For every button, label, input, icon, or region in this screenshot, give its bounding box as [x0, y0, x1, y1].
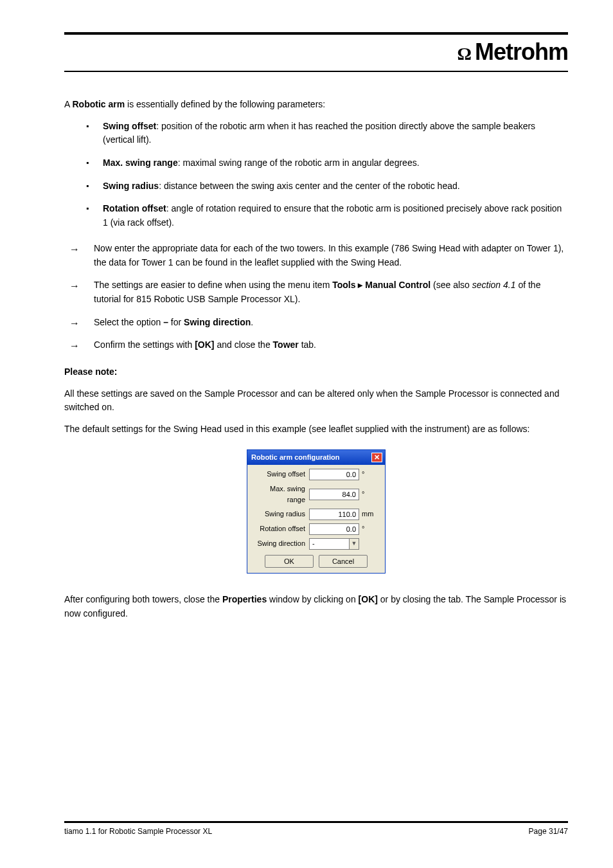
- note-lead: Please note:: [64, 366, 117, 377]
- note-paragraph: The default settings for the Swing Head …: [64, 422, 568, 437]
- swing-direction-value: -: [312, 538, 315, 549]
- bullet-item: Max. swing range: maximal swing range of…: [64, 156, 568, 170]
- unit-label: °: [362, 523, 364, 534]
- step-item: Confirm the settings with [OK] and close…: [64, 338, 568, 352]
- brand-logo: Ω Metrohm: [64, 35, 568, 67]
- robotic-arm-dialog: Robotic arm configuration ✕ Swing offset…: [247, 449, 386, 574]
- dialog-titlebar: Robotic arm configuration ✕: [247, 450, 385, 465]
- closing-paragraph: After configuring both towers, close the…: [64, 593, 568, 620]
- close-icon[interactable]: ✕: [371, 453, 382, 462]
- swing-offset-label: Swing offset: [251, 469, 309, 480]
- bullet-item: Swing offset: position of the robotic ar…: [64, 120, 568, 147]
- step-item: The settings are easier to define when u…: [64, 278, 568, 306]
- swing-radius-input[interactable]: [309, 509, 359, 520]
- cancel-button[interactable]: Cancel: [319, 555, 368, 568]
- chevron-down-icon: ▼: [349, 539, 359, 549]
- step-item: Now enter the appropriate data for each …: [64, 242, 568, 269]
- bullet-item: Swing radius: distance between the swing…: [64, 179, 568, 194]
- swing-direction-select[interactable]: - ▼: [309, 538, 359, 550]
- footer-right: Page 31/47: [529, 827, 568, 836]
- max-swing-range-label: Max. swing range: [251, 484, 309, 505]
- ok-button[interactable]: OK: [265, 555, 314, 568]
- logo-text: Metrohm: [475, 39, 568, 66]
- step-item: Select the option – for Swing direction.: [64, 316, 568, 330]
- logo-symbol: Ω: [458, 44, 471, 64]
- note-paragraph: All these settings are saved on the Samp…: [64, 387, 568, 415]
- footer-left: tiamo 1.1 for Robotic Sample Processor X…: [64, 827, 212, 836]
- rotation-offset-label: Rotation offset: [251, 523, 309, 534]
- unit-label: mm: [362, 509, 373, 520]
- swing-offset-input[interactable]: [309, 469, 359, 480]
- max-swing-range-input[interactable]: [309, 489, 359, 500]
- intro-paragraph: A Robotic arm is essentially defined by …: [64, 98, 568, 112]
- swing-direction-label: Swing direction: [251, 538, 309, 549]
- unit-label: °: [362, 469, 364, 480]
- bullet-item: Rotation offset: angle of rotation requi…: [64, 202, 568, 230]
- document-body: A Robotic arm is essentially defined by …: [64, 98, 568, 620]
- dialog-title-text: Robotic arm configuration: [251, 452, 340, 463]
- rotation-offset-input[interactable]: [309, 523, 359, 535]
- unit-label: °: [362, 489, 364, 500]
- swing-radius-label: Swing radius: [251, 509, 309, 520]
